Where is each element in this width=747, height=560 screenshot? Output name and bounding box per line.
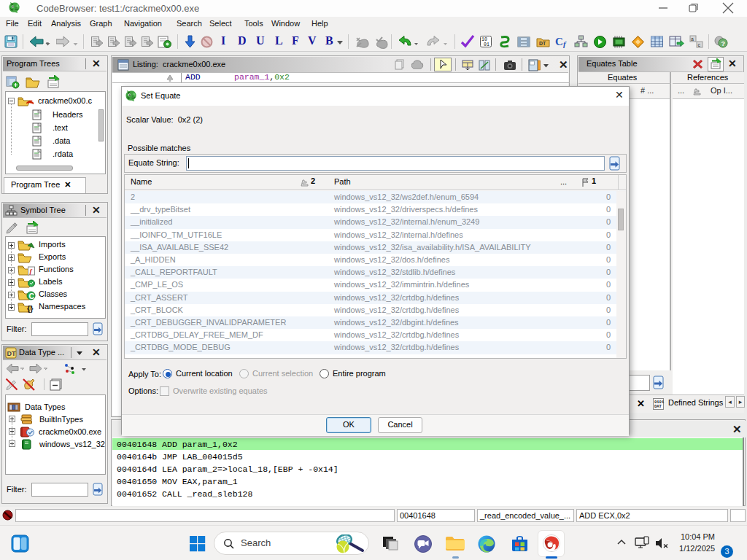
svg-text:01: 01 [484, 42, 489, 47]
svg-text:DAT: DAT [654, 404, 662, 409]
svg-text:{}: {} [27, 304, 34, 313]
svg-text:?: ? [721, 40, 726, 47]
svg-text:DT: DT [7, 350, 16, 357]
svg-text:C: C [555, 36, 563, 47]
svg-text:C: C [29, 292, 35, 300]
svg-text:a: a [691, 36, 694, 42]
svg-text:c: c [698, 42, 701, 47]
svg-text:DT: DT [539, 41, 546, 46]
svg-text:f: f [563, 39, 567, 48]
